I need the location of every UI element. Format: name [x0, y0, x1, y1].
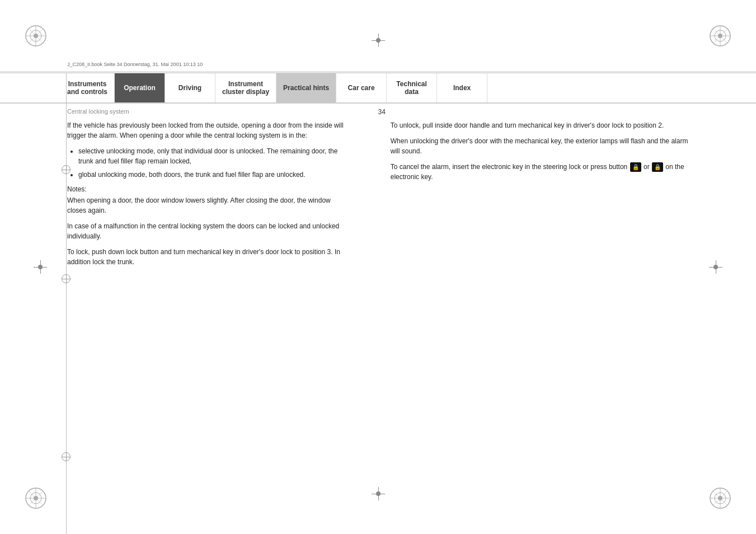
nav-top-border	[0, 72, 756, 72]
left-para1: If the vehicle has previously been locke…	[67, 120, 347, 140]
corner-deco-tr	[708, 24, 732, 48]
nav-item-instruments[interactable]: Instruments and controls	[0, 73, 115, 102]
file-info: J_C208_II.book Seite 34 Donnerstag, 31. …	[67, 62, 203, 67]
left-page-border	[66, 73, 67, 534]
right-para3-before: To cancel the alarm, insert the electron…	[391, 163, 628, 171]
border-dot-1	[62, 165, 71, 174]
navigation-bar: Instruments and controls Operation Drivi…	[0, 73, 756, 104]
nav-item-operation[interactable]: Operation	[115, 73, 165, 102]
corner-deco-tl	[24, 24, 48, 48]
nav-item-index[interactable]: Index	[437, 73, 487, 102]
crosshair-left	[34, 260, 47, 274]
right-para3: To cancel the alarm, insert the electron…	[391, 162, 689, 182]
content-area: If the vehicle has previously been locke…	[67, 120, 689, 467]
left-note1: When opening a door, the door window low…	[67, 195, 347, 216]
nav-item-technical-data[interactable]: Technical data	[387, 73, 437, 102]
nav-item-practical-hints[interactable]: Practical hints	[276, 73, 336, 102]
lock-button-2: 🔒	[652, 162, 663, 172]
bullet-list: selective unlocking mode, only that indi…	[78, 146, 347, 180]
left-note2: In case of a malfunction in the central …	[67, 221, 347, 241]
border-dot-2	[62, 274, 71, 283]
right-para2: When unlocking the driver's door with th…	[391, 136, 689, 156]
crosshair-right	[709, 260, 722, 274]
bullet-item-1: selective unlocking mode, only that indi…	[78, 146, 347, 166]
lock-button-1: 🔒	[630, 162, 641, 172]
left-note3: To lock, push down lock button and turn …	[67, 247, 347, 267]
border-dot-3	[62, 452, 71, 461]
section-header: Central locking system	[67, 108, 756, 115]
section-title: Central locking system	[67, 108, 129, 115]
page-number: 34	[378, 108, 386, 116]
corner-deco-br	[708, 486, 732, 510]
nav-item-instrument-cluster[interactable]: Instrument cluster display	[215, 73, 276, 102]
bullet-item-2: global unlocking mode, both doors, the t…	[78, 170, 347, 180]
nav-item-car-care[interactable]: Car care	[336, 73, 387, 102]
right-para1: To unlock, pull inside door handle and t…	[391, 120, 689, 130]
right-column: To unlock, pull inside door handle and t…	[391, 120, 689, 188]
crosshair-bottom	[372, 487, 385, 500]
crosshair-top	[372, 34, 385, 47]
or-text: or	[644, 163, 650, 171]
nav-item-driving[interactable]: Driving	[165, 73, 215, 102]
notes-label: Notes:	[67, 185, 347, 193]
left-column: If the vehicle has previously been locke…	[67, 120, 347, 273]
corner-deco-bl	[24, 486, 48, 510]
